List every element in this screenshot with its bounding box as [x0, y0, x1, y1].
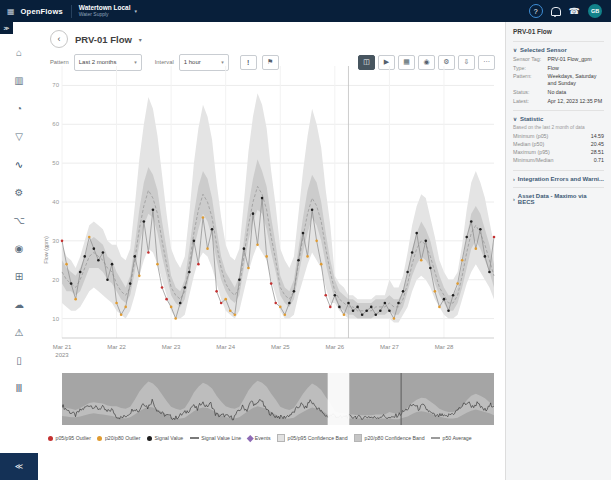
section-asset-data[interactable]: › Asset Data - Maximo via BECS	[513, 193, 604, 205]
data-point[interactable]	[352, 310, 355, 313]
data-point[interactable]	[238, 278, 241, 281]
data-point[interactable]	[124, 306, 127, 309]
data-point[interactable]	[188, 271, 191, 274]
data-point[interactable]	[365, 310, 368, 313]
data-point[interactable]	[270, 282, 273, 285]
sidebar-item-dashboards[interactable]: ▥	[0, 66, 38, 94]
sidebar-item-tools[interactable]: ⚙	[0, 178, 38, 206]
data-point[interactable]	[247, 267, 250, 270]
data-point[interactable]	[484, 255, 487, 258]
section-selected-sensor[interactable]: ∨ Selected Sensor	[513, 47, 604, 53]
data-point[interactable]	[129, 282, 132, 285]
legend-item[interactable]: p20/p80 Confidence Band	[354, 434, 425, 442]
sidebar-item-gauges[interactable]: ◔	[0, 94, 38, 122]
data-point[interactable]	[93, 247, 96, 250]
data-point[interactable]	[74, 298, 77, 301]
data-point[interactable]	[465, 236, 468, 239]
section-statistic[interactable]: ∨ Statistic	[513, 116, 604, 122]
data-point[interactable]	[197, 263, 200, 266]
data-point[interactable]	[420, 259, 423, 262]
data-point[interactable]	[79, 271, 82, 274]
data-point[interactable]	[311, 208, 314, 211]
data-point[interactable]	[447, 310, 450, 313]
data-point[interactable]	[402, 290, 405, 293]
data-point[interactable]	[397, 302, 400, 305]
data-point[interactable]	[488, 271, 491, 274]
data-point[interactable]	[384, 302, 387, 305]
sidebar-item-trends[interactable]: ∿	[0, 150, 38, 178]
data-point[interactable]	[215, 290, 218, 293]
data-point[interactable]	[165, 298, 168, 301]
app-launcher-icon[interactable]: ▦	[7, 7, 15, 16]
data-point[interactable]	[284, 313, 287, 316]
data-point[interactable]	[343, 313, 346, 316]
data-point[interactable]	[329, 306, 332, 309]
support-phone-icon[interactable]: ☎	[569, 7, 580, 16]
legend-item[interactable]: Signal Value	[147, 435, 183, 441]
org-selector[interactable]: Watertown Local Water Supply	[79, 5, 131, 17]
data-point[interactable]	[147, 251, 150, 254]
data-point[interactable]	[234, 313, 237, 316]
legend-item[interactable]: p50 Average	[431, 435, 472, 441]
data-point[interactable]	[61, 240, 64, 243]
sidebar-collapse-button[interactable]: ≪	[0, 453, 38, 480]
legend-item[interactable]: p05/p95 Confidence Band	[277, 434, 348, 442]
data-point[interactable]	[193, 240, 196, 243]
section-integration-errors[interactable]: › Integration Errors and Warni...	[513, 176, 604, 182]
user-avatar[interactable]: GB	[588, 4, 602, 18]
data-point[interactable]	[206, 247, 209, 250]
data-point[interactable]	[347, 302, 350, 305]
sidebar-item-data-tables[interactable]: ⊞	[0, 262, 38, 290]
data-point[interactable]	[224, 298, 227, 301]
overview-brush-chart[interactable]	[62, 373, 494, 429]
data-point[interactable]	[174, 317, 177, 320]
data-point[interactable]	[370, 306, 373, 309]
back-button[interactable]: ‹	[50, 30, 68, 48]
data-point[interactable]	[315, 240, 318, 243]
data-point[interactable]	[83, 255, 86, 258]
title-caret-icon[interactable]: ▾	[139, 36, 142, 43]
data-point[interactable]	[434, 290, 437, 293]
legend-item[interactable]: Signal Value Line	[190, 435, 242, 441]
data-point[interactable]	[152, 208, 155, 211]
data-point[interactable]	[461, 259, 464, 262]
data-point[interactable]	[156, 263, 159, 266]
data-point[interactable]	[220, 302, 223, 305]
data-point[interactable]	[438, 306, 441, 309]
data-point[interactable]	[288, 302, 291, 305]
legend-item[interactable]: p05/p95 Outlier	[48, 435, 91, 441]
data-point[interactable]	[306, 255, 309, 258]
data-point[interactable]	[475, 247, 478, 250]
sidebar-item-assets[interactable]: ▯	[0, 346, 38, 374]
data-point[interactable]	[243, 247, 246, 250]
data-point[interactable]	[393, 317, 396, 320]
data-point[interactable]	[452, 294, 455, 297]
data-point[interactable]	[179, 302, 182, 305]
sidebar-item-network[interactable]: ⌥	[0, 206, 38, 234]
data-point[interactable]	[120, 313, 123, 316]
data-point[interactable]	[70, 282, 73, 285]
data-point[interactable]	[293, 290, 296, 293]
data-point[interactable]	[143, 220, 146, 223]
sidebar-item-monitoring[interactable]: ◉	[0, 234, 38, 262]
data-point[interactable]	[415, 232, 418, 235]
data-point[interactable]	[88, 236, 91, 239]
data-point[interactable]	[379, 310, 382, 313]
data-point[interactable]	[111, 263, 114, 266]
data-point[interactable]	[274, 302, 277, 305]
trend-chart[interactable]: 10203040506070Mar 212023Mar 22Mar 23Mar …	[44, 56, 500, 372]
data-point[interactable]	[411, 251, 414, 254]
data-point[interactable]	[65, 263, 68, 266]
data-point[interactable]	[443, 298, 446, 301]
data-point[interactable]	[493, 236, 496, 239]
sidebar-item-cloud-services[interactable]: ☁	[0, 290, 38, 318]
data-point[interactable]	[265, 255, 268, 258]
data-point[interactable]	[256, 243, 259, 246]
data-point[interactable]	[252, 212, 255, 215]
data-point[interactable]	[211, 228, 214, 231]
org-caret-icon[interactable]: ▾	[135, 8, 138, 14]
data-point[interactable]	[388, 310, 391, 313]
sidebar-item-alerts[interactable]: ⚠	[0, 318, 38, 346]
data-point[interactable]	[183, 286, 186, 289]
data-point[interactable]	[429, 267, 432, 270]
